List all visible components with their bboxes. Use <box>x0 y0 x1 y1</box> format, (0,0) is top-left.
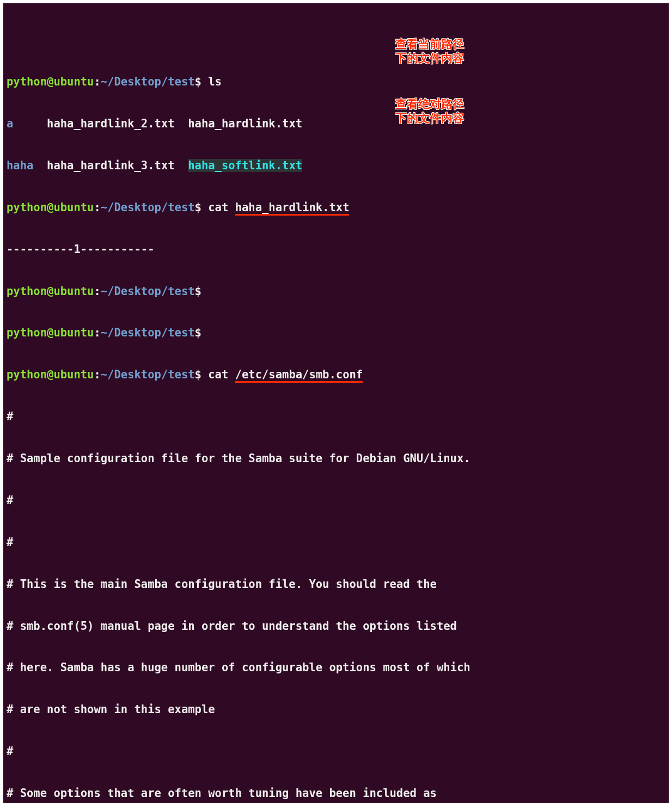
terminal-window-1[interactable]: 查看当前路径 下的文件内容 查看绝对路径 下的文件内容 python@ubunt… <box>3 3 669 803</box>
cat-output-1: ----------1----------- <box>7 243 155 256</box>
ls-file-hl: haha_hardlink.txt <box>188 117 302 130</box>
prompt-path: ~/Desktop/test <box>101 75 195 88</box>
smb-line: # here. Samba has a huge number of confi… <box>7 661 471 674</box>
smb-line: # This is the main Samba configuration f… <box>7 578 437 591</box>
annotation-current-path: 查看当前路径 下的文件内容 <box>395 37 464 66</box>
smb-line: # <box>7 494 13 507</box>
smb-line: # Sample configuration file for the Samb… <box>7 452 471 465</box>
command-cat: cat <box>208 368 235 381</box>
ls-dir-haha: haha <box>7 159 33 172</box>
smb-line: # <box>7 536 13 549</box>
smb-line: # <box>7 410 13 423</box>
command-cat: cat <box>208 201 235 214</box>
prompt-colon: : <box>94 75 100 88</box>
prompt-dollar: $ <box>195 75 201 88</box>
command-ls: ls <box>208 75 222 88</box>
ls-file-hl2: haha_hardlink_2.txt <box>47 117 175 130</box>
smb-line: # are not shown in this example <box>7 703 215 716</box>
cat-arg-hardlink: haha_hardlink.txt <box>235 201 350 216</box>
smb-line: # Some options that are often worth tuni… <box>7 787 437 800</box>
ls-dir-a: a <box>7 117 13 130</box>
ls-symlink-soft: haha_softlink.txt <box>188 159 302 172</box>
prompt-user: python@ubuntu <box>7 75 94 88</box>
smb-line: # smb.conf(5) manual page in order to un… <box>7 620 457 633</box>
cat-arg-smbconf: /etc/samba/smb.conf <box>235 368 363 383</box>
smb-line: # <box>7 745 13 758</box>
ls-file-hl3: haha_hardlink_3.txt <box>47 159 175 172</box>
prompt-user: python@ubuntu <box>7 201 94 214</box>
